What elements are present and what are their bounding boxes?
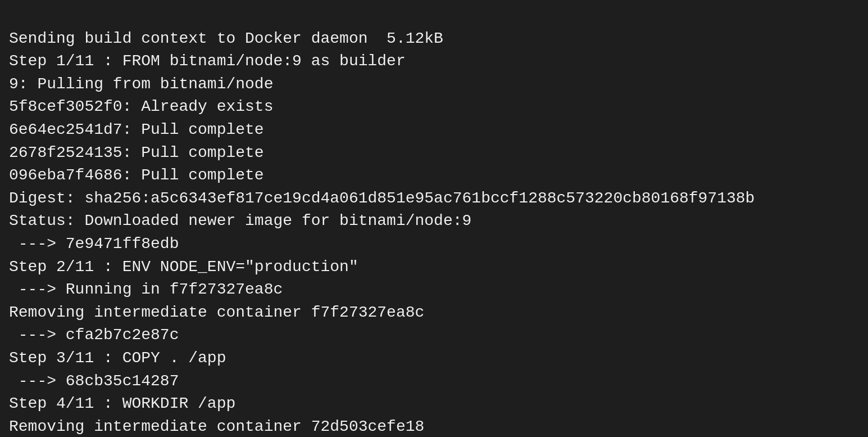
terminal-line: 6e64ec2541d7: Pull complete (9, 119, 859, 142)
terminal-line: Status: Downloaded newer image for bitna… (9, 210, 859, 233)
terminal-line: 096eba7f4686: Pull complete (9, 164, 859, 187)
terminal-line: 5f8cef3052f0: Already exists (9, 96, 859, 119)
terminal-line: Step 1/11 : FROM bitnami/node:9 as build… (9, 50, 859, 73)
terminal-line: ---> cfa2b7c2e87c (9, 324, 859, 347)
terminal-line: ---> 7e9471ff8edb (9, 233, 859, 256)
terminal-line: ---> 68cb35c14287 (9, 370, 859, 393)
terminal-line: Step 2/11 : ENV NODE_ENV="production" (9, 256, 859, 279)
terminal-line: 2678f2524135: Pull complete (9, 142, 859, 165)
terminal-line: Step 3/11 : COPY . /app (9, 347, 859, 370)
terminal-line: Removing intermediate container 72d503ce… (9, 416, 859, 437)
terminal-line: 9: Pulling from bitnami/node (9, 73, 859, 96)
terminal-line: Digest: sha256:a5c6343ef817ce19cd4a061d8… (9, 187, 859, 210)
terminal-output: Sending build context to Docker daemon 5… (9, 4, 859, 437)
terminal-line: Step 4/11 : WORKDIR /app (9, 393, 859, 416)
terminal-line: Removing intermediate container f7f27327… (9, 301, 859, 325)
terminal-line: Sending build context to Docker daemon 5… (9, 28, 859, 51)
terminal-line: ---> Running in f7f27327ea8c (9, 278, 859, 301)
